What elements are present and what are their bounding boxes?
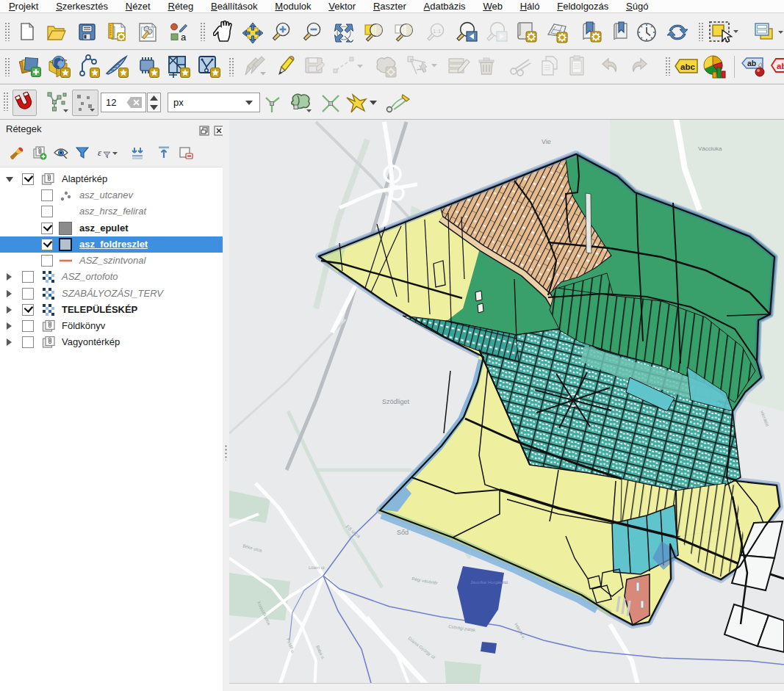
svg-text:ab: ab [777,62,784,70]
svg-text:ε: ε [98,147,102,158]
svg-text:Vie: Vie [542,138,551,145]
svg-text:Jávorkai Horgásztó: Jávorkai Horgásztó [470,580,508,585]
svg-text:1:1: 1:1 [433,28,442,35]
svg-text:a: a [181,32,187,41]
svg-text:Szödliget: Szödliget [382,398,410,405]
svg-text:ab: ab [747,59,756,68]
svg-text:Vácciuka: Vácciuka [698,145,722,152]
svg-text:abc: abc [680,62,695,71]
svg-text:Lőtéri út: Lőtéri út [309,565,325,570]
svg-text:Sőd: Sőd [397,529,409,536]
